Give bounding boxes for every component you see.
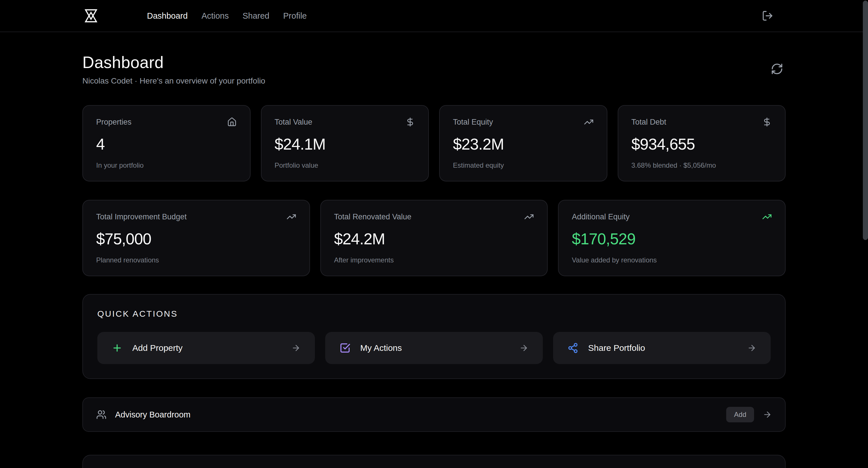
stat-label: Total Renovated Value <box>334 213 412 221</box>
stat-label: Total Debt <box>631 118 666 127</box>
stat-card-total-equity: Total Equity $23.2M Estimated equity <box>439 105 608 182</box>
refresh-icon <box>771 63 783 75</box>
check-square-icon <box>340 343 350 353</box>
trending-up-icon <box>762 212 772 222</box>
house-icon <box>227 117 237 127</box>
stat-value: $24.1M <box>275 135 415 153</box>
dashboard-page: Dashboard Nicolas Codet · Here's an over… <box>82 32 786 468</box>
share-icon <box>567 343 578 353</box>
trending-up-icon <box>286 212 296 222</box>
stat-subtext: Portfolio value <box>275 161 415 169</box>
stat-label: Properties <box>96 118 131 127</box>
stats-row-1: Properties 4 In your portfolio Total Val… <box>82 105 786 182</box>
page-header: Dashboard Nicolas Codet · Here's an over… <box>82 53 786 86</box>
stat-card-total-debt: Total Debt $934,655 3.68% blended · $5,0… <box>618 105 786 182</box>
stat-card-renovated-value: Total Renovated Value $24.2M After impro… <box>320 200 548 276</box>
plus-icon <box>112 343 123 353</box>
my-actions-label: My Actions <box>360 343 402 353</box>
quick-actions-section: QUICK ACTIONS Add Property <box>82 294 786 379</box>
stat-card-additional-equity: Additional Equity $170,529 Value added b… <box>558 200 786 276</box>
nav-item-dashboard[interactable]: Dashboard <box>147 11 188 21</box>
stat-subtext: Planned renovations <box>96 256 296 264</box>
advisory-boardroom-label: Advisory Boardroom <box>115 410 191 419</box>
quick-actions-heading: QUICK ACTIONS <box>97 309 771 319</box>
stat-value: 4 <box>96 135 237 153</box>
stat-label: Additional Equity <box>572 213 629 221</box>
arrow-right-icon <box>291 343 301 352</box>
brand-logo[interactable] <box>83 7 99 24</box>
nav-item-profile[interactable]: Profile <box>283 11 307 21</box>
log-out-icon <box>762 10 773 22</box>
stat-label: Total Equity <box>453 118 493 127</box>
nav-item-shared[interactable]: Shared <box>243 11 270 21</box>
stat-subtext: Estimated equity <box>453 161 594 169</box>
users-icon <box>96 409 106 420</box>
advisory-boardroom-row[interactable]: Advisory Boardroom Add <box>82 397 786 432</box>
nav-links: Dashboard Actions Shared Profile <box>147 11 307 21</box>
page-subtitle: Nicolas Codet · Here's an overview of yo… <box>82 76 265 86</box>
stat-card-improvement-budget: Total Improvement Budget $75,000 Planned… <box>82 200 310 276</box>
hourglass-logo-icon <box>83 7 99 24</box>
stat-card-properties: Properties 4 In your portfolio <box>82 105 251 182</box>
dollar-icon <box>762 117 772 127</box>
advisory-add-button[interactable]: Add <box>726 407 754 423</box>
stat-subtext: 3.68% blended · $5,056/mo <box>631 161 772 169</box>
stat-value: $75,000 <box>96 230 296 248</box>
top-nav: Dashboard Actions Shared Profile <box>0 0 868 32</box>
stat-subtext: After improvements <box>334 256 534 264</box>
dollar-icon <box>405 117 415 127</box>
trending-up-icon <box>584 117 594 127</box>
my-actions-button[interactable]: My Actions <box>325 332 543 364</box>
stat-label: Total Value <box>275 118 313 127</box>
stat-value: $24.2M <box>334 230 534 248</box>
stat-subtext: In your portfolio <box>96 161 237 169</box>
page-title: Dashboard <box>82 53 265 72</box>
share-portfolio-button[interactable]: Share Portfolio <box>553 332 771 364</box>
trending-up-icon <box>524 212 534 222</box>
nav-item-actions[interactable]: Actions <box>202 11 229 21</box>
arrow-right-icon <box>763 410 772 419</box>
stat-label: Total Improvement Budget <box>96 213 187 221</box>
stat-value: $170,529 <box>572 230 772 248</box>
add-property-button[interactable]: Add Property <box>97 332 315 364</box>
share-portfolio-label: Share Portfolio <box>588 343 645 353</box>
stat-value: $23.2M <box>453 135 594 153</box>
arrow-right-icon <box>519 343 528 352</box>
add-property-label: Add Property <box>132 343 183 353</box>
vertical-scrollbar <box>863 0 868 468</box>
your-properties-section: YOUR PROPERTIES 4 total <box>82 455 786 468</box>
stats-row-2: Total Improvement Budget $75,000 Planned… <box>82 200 786 276</box>
scrollbar-thumb[interactable] <box>863 1 868 240</box>
arrow-right-icon <box>747 343 756 352</box>
stat-card-total-value: Total Value $24.1M Portfolio value <box>261 105 429 182</box>
refresh-button[interactable] <box>768 60 786 77</box>
stat-value: $934,655 <box>631 135 772 153</box>
logout-button[interactable] <box>760 8 776 24</box>
stat-subtext: Value added by renovations <box>572 256 772 264</box>
